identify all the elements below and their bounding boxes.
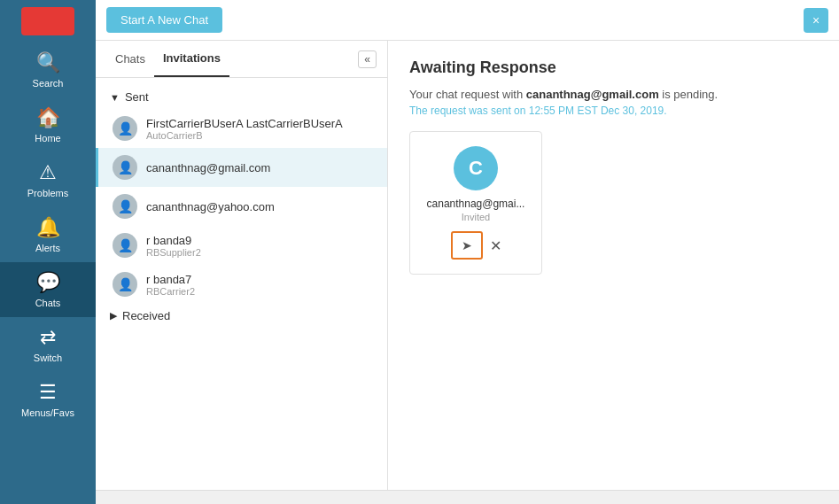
desc-suffix: is pending. [659,88,719,101]
avatar: 👤 [113,233,137,258]
top-bar: Start A New Chat × [96,0,839,41]
menu-icon: ☰ [39,381,57,404]
bottom-scrollbar[interactable] [96,490,839,504]
send-icon: ➤ [462,238,472,252]
user-sub: AutoCarrierB [146,130,343,141]
tab-chats[interactable]: Chats [106,42,154,76]
sent-section-label: Sent [125,90,149,104]
sidebar-item-label-chats: Chats [35,298,61,308]
main-area: Start A New Chat × Chats Invitations « ▼… [96,0,839,504]
desc-prefix: Your chat request with [409,88,526,101]
content-row: Chats Invitations « ▼ Sent 👤 FirstCarrie… [96,41,839,490]
card-status: Invited [462,212,490,222]
avatar: 👤 [113,194,137,219]
invitations-list: ▼ Sent 👤 FirstCarrierBUserA LastCarrierB… [96,78,387,490]
sidebar-item-switch[interactable]: ⇄ Switch [0,317,96,372]
resend-invitation-button[interactable]: ➤ [451,231,483,260]
awaiting-title: Awaiting Response [409,58,818,77]
user-sub: RBSupplier2 [146,247,201,258]
received-section-header[interactable]: ▶ Received [96,304,387,328]
sidebar-item-home[interactable]: 🏠 Home [0,97,96,152]
switch-icon: ⇄ [40,326,56,349]
avatar: 👤 [113,272,137,297]
user-name: r banda9 [146,234,201,247]
home-icon: 🏠 [36,106,60,129]
dismiss-invitation-button[interactable]: ✕ [490,237,501,254]
right-panel: Awaiting Response Your chat request with… [388,41,839,490]
start-new-chat-button[interactable]: Start A New Chat [106,7,222,33]
received-arrow-icon: ▶ [110,310,117,322]
close-icon: ✕ [490,238,501,253]
sidebar-item-label-search: Search [33,78,64,89]
bell-icon: 🔔 [36,216,60,239]
list-item[interactable]: 👤 r banda7 RBCarrier2 [96,265,387,304]
search-icon: 🔍 [36,51,60,74]
list-item-selected[interactable]: 👤 cananthnag@gmail.com [96,148,387,187]
left-panel: Chats Invitations « ▼ Sent 👤 FirstCarrie… [96,41,388,490]
sidebar-item-label-menus: Menus/Favs [21,407,74,418]
tab-invitations[interactable]: Invitations [154,41,229,77]
awaiting-description: Your chat request with cananthnag@gmail.… [409,88,818,101]
sidebar: 🔍 Search 🏠 Home ⚠ Problems 🔔 Alerts 💬 Ch… [0,0,96,504]
tabs-bar: Chats Invitations « [96,41,387,78]
sidebar-item-search[interactable]: 🔍 Search [0,43,96,97]
desc-email: cananthnag@gmail.com [526,88,659,101]
user-name: cananthnag@yahoo.com [146,200,275,213]
sidebar-item-label-alerts: Alerts [35,243,60,253]
card-avatar: C [454,146,498,190]
sidebar-item-chats[interactable]: 💬 Chats [0,262,96,317]
sidebar-item-menus[interactable]: ☰ Menus/Favs [0,372,96,427]
sidebar-item-label-switch: Switch [34,353,62,363]
user-name: FirstCarrierBUserA LastCarrierBUserA [146,117,343,130]
invitation-card: C cananthnag@gmai... Invited ➤ ✕ [409,131,542,275]
user-name: r banda7 [146,273,195,286]
sent-section-header[interactable]: ▼ Sent [96,85,387,109]
chat-icon: 💬 [36,271,60,294]
close-button[interactable]: × [804,8,828,33]
sidebar-item-problems[interactable]: ⚠ Problems [0,152,96,207]
avatar: 👤 [113,155,137,180]
sidebar-item-label-home: Home [35,133,60,143]
avatar: 👤 [113,116,137,141]
list-item[interactable]: 👤 cananthnag@yahoo.com [96,187,387,226]
sidebar-item-alerts[interactable]: 🔔 Alerts [0,207,96,262]
sidebar-item-label-problems: Problems [27,188,68,198]
list-item[interactable]: 👤 FirstCarrierBUserA LastCarrierBUserA A… [96,109,387,148]
awaiting-timestamp: The request was sent on 12:55 PM EST Dec… [409,105,818,117]
sidebar-logo [21,7,74,35]
warning-icon: ⚠ [39,161,57,184]
card-name: cananthnag@gmai... [427,198,525,210]
collapse-button[interactable]: « [358,50,377,68]
sent-arrow-icon: ▼ [110,92,120,103]
user-name: cananthnag@gmail.com [146,161,270,174]
user-sub: RBCarrier2 [146,286,195,297]
list-item[interactable]: 👤 r banda9 RBSupplier2 [96,226,387,265]
received-section-label: Received [122,309,170,322]
card-actions: ➤ ✕ [451,231,501,260]
